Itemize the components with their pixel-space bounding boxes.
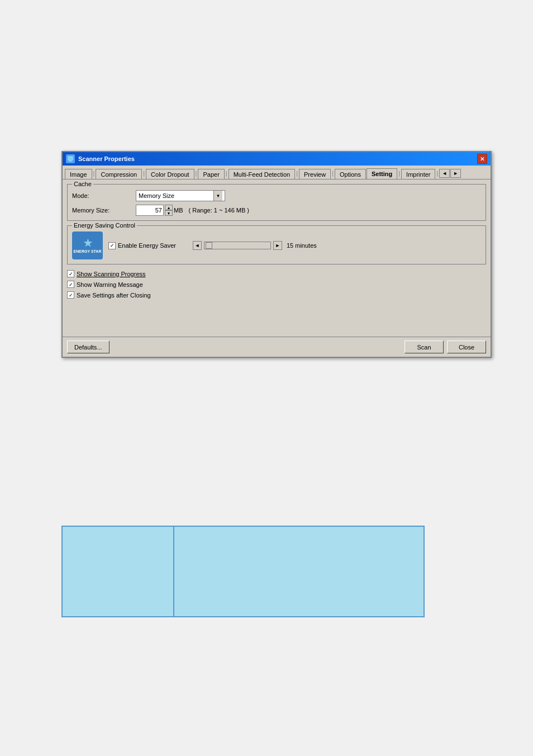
tab-setting[interactable]: Setting <box>367 168 397 179</box>
cache-group: Cache Mode: Memory Size ▼ Memory Size: ▲ <box>67 184 486 221</box>
tab-divider-2: | <box>142 170 145 177</box>
memory-size-label: Memory Size: <box>72 207 134 214</box>
tab-paper[interactable]: Paper <box>198 169 224 179</box>
energy-star-text: ENERGY STAR <box>74 249 102 254</box>
show-scanning-progress-label: Show Scanning Progress <box>77 271 146 277</box>
save-settings-row: ✓ Save Settings after Closing <box>67 291 486 299</box>
memory-size-spinner: ▲ ▼ <box>165 205 173 216</box>
energy-time-label: 15 minutes <box>287 242 317 249</box>
dialog-titlebar: Scanner Properties ✕ <box>63 152 491 166</box>
scanner-properties-dialog: Scanner Properties ✕ Image | Compression… <box>61 151 492 358</box>
svg-rect-0 <box>68 156 73 160</box>
tab-options[interactable]: Options <box>335 169 366 179</box>
tabs-bar: Image | Compression | Color Dropout | Pa… <box>63 166 491 179</box>
show-warning-label: Show Warning Message <box>77 281 143 288</box>
mode-dropdown[interactable]: Memory Size ▼ <box>136 190 225 201</box>
memory-size-range: ( Range: 1 ~ 146 MB ) <box>189 207 250 214</box>
energy-group-title: Energy Saving Control <box>72 222 137 229</box>
tab-scroll-left[interactable]: ◄ <box>439 169 450 178</box>
memory-size-control: ▲ ▼ MB ( Range: 1 ~ 146 MB ) <box>136 205 249 216</box>
memory-size-input[interactable] <box>136 205 164 216</box>
tab-scroll-right[interactable]: ► <box>450 169 461 178</box>
right-buttons: Scan Close <box>404 341 486 353</box>
slider-right-arrow[interactable]: ► <box>273 241 282 250</box>
tab-multifeed[interactable]: Multi-Feed Detection <box>229 169 296 179</box>
show-warning-checkbox[interactable]: ✓ <box>67 281 74 288</box>
tab-divider-1: | <box>93 170 96 177</box>
defaults-button[interactable]: Defaults... <box>67 341 110 353</box>
slider-track[interactable] <box>204 242 271 249</box>
close-button[interactable]: Close <box>447 341 486 353</box>
tab-divider-7: | <box>398 170 401 177</box>
tab-color-dropout[interactable]: Color Dropout <box>146 169 194 179</box>
bottom-panel-left <box>63 527 174 616</box>
save-settings-checkbox[interactable]: ✓ <box>67 291 74 299</box>
tab-image[interactable]: Image <box>65 169 92 179</box>
tab-divider-3: | <box>195 170 198 177</box>
tab-divider-6: | <box>331 170 334 177</box>
energy-saver-checkbox[interactable]: ✓ <box>108 242 116 249</box>
energy-saver-label: Enable Energy Saver <box>118 242 176 249</box>
show-scanning-progress-row: ✓ Show Scanning Progress <box>67 270 486 277</box>
energy-star-symbol: ★ <box>83 237 92 249</box>
mode-row: Mode: Memory Size ▼ <box>72 190 481 201</box>
save-settings-label: Save Settings after Closing <box>77 292 151 299</box>
dropdown-arrow-icon: ▼ <box>213 191 222 201</box>
mode-control: Memory Size ▼ <box>136 190 225 201</box>
memory-size-unit: MB <box>174 207 183 214</box>
tab-divider-8: | <box>436 170 439 177</box>
spinner-down-button[interactable]: ▼ <box>165 210 173 216</box>
scan-button[interactable]: Scan <box>404 341 444 353</box>
memory-size-row: Memory Size: ▲ ▼ MB ( Range: 1 ~ 146 MB … <box>72 205 481 216</box>
spinner-up-button[interactable]: ▲ <box>165 205 173 210</box>
titlebar-left: Scanner Properties <box>66 154 135 163</box>
energy-slider-container: ◄ ► 15 minutes <box>193 241 317 250</box>
slider-thumb[interactable] <box>206 242 212 249</box>
energy-saver-checkbox-row: ✓ Enable Energy Saver <box>108 242 176 249</box>
show-scanning-progress-checkbox[interactable]: ✓ <box>67 270 74 277</box>
bottom-panel-right <box>174 527 423 616</box>
energy-section: ★ ENERGY STAR ✓ Enable Energy Saver ◄ ► … <box>72 228 481 259</box>
bottom-panel <box>61 526 425 617</box>
energy-star-logo: ★ ENERGY STAR <box>72 231 103 259</box>
slider-left-arrow[interactable]: ◄ <box>193 241 202 250</box>
content-spacer <box>67 299 486 332</box>
dialog-app-icon <box>66 154 75 163</box>
tab-preview[interactable]: Preview <box>299 169 331 179</box>
dialog-content: Cache Mode: Memory Size ▼ Memory Size: ▲ <box>63 179 491 337</box>
tab-divider-5: | <box>296 170 298 177</box>
close-window-button[interactable]: ✕ <box>477 154 487 164</box>
tab-compression[interactable]: Compression <box>96 169 142 179</box>
dialog-buttons-bar: Defaults... Scan Close <box>63 337 491 357</box>
energy-saving-group: Energy Saving Control ★ ENERGY STAR ✓ En… <box>67 225 486 264</box>
tab-divider-4: | <box>225 170 228 177</box>
bottom-checkboxes: ✓ Show Scanning Progress ✓ Show Warning … <box>67 270 486 299</box>
mode-label: Mode: <box>72 192 134 199</box>
cache-group-title: Cache <box>72 181 93 187</box>
svg-rect-1 <box>69 160 72 162</box>
dialog-title: Scanner Properties <box>78 155 135 162</box>
show-warning-row: ✓ Show Warning Message <box>67 281 486 288</box>
mode-dropdown-value: Memory Size <box>139 192 174 199</box>
tab-imprinter[interactable]: Imprinter <box>401 169 435 179</box>
